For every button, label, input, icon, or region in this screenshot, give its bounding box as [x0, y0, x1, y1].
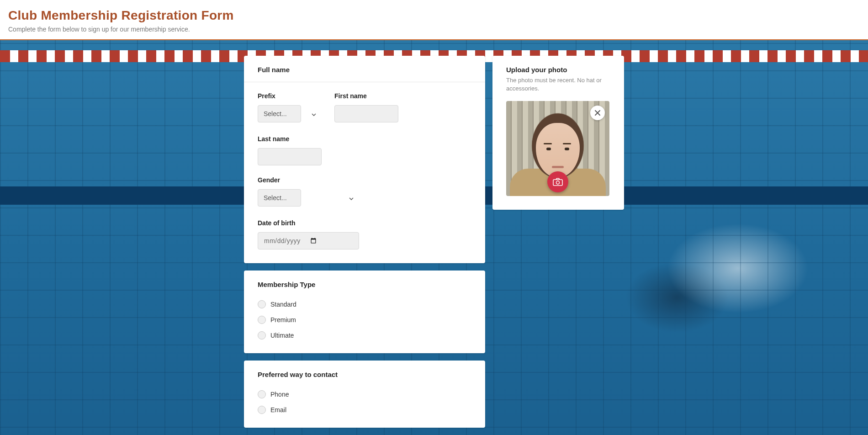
prefix-select[interactable]: Select... — [258, 105, 301, 122]
radio-contact-phone[interactable]: Phone — [258, 390, 471, 398]
field-prefix: Prefix Select... — [258, 92, 322, 122]
photo-hint: The photo must be recent. No hat or acce… — [506, 76, 610, 93]
membership-radio-group: Standard Premium Ultimate — [258, 298, 471, 340]
dob-input[interactable] — [258, 232, 359, 249]
svg-point-1 — [556, 181, 560, 184]
gender-select[interactable]: Select... — [258, 189, 301, 207]
radio-icon — [258, 300, 266, 308]
label-prefix: Prefix — [258, 92, 322, 100]
page-background: Full name Prefix Select... — [0, 40, 868, 435]
card-membership-type: Membership Type Standard Premium — [244, 271, 485, 353]
last-name-input[interactable] — [258, 148, 322, 165]
label-gender: Gender — [258, 176, 359, 184]
radio-icon — [258, 406, 266, 414]
photo-preview — [506, 101, 609, 196]
radio-icon — [258, 316, 266, 324]
contact-radio-group: Phone Email — [258, 388, 471, 414]
main-column: Full name Prefix Select... — [244, 56, 485, 428]
chevron-down-icon — [349, 194, 354, 202]
radio-contact-email[interactable]: Email — [258, 406, 471, 414]
card-upload-photo: Upload your photo The photo must be rece… — [492, 56, 624, 210]
radio-icon — [258, 331, 266, 340]
section-title-contact: Preferred way to contact — [258, 371, 471, 378]
page-title: Club Membership Registration Form — [8, 8, 860, 23]
radio-membership-premium[interactable]: Premium — [258, 316, 471, 324]
section-title-membership: Membership Type — [258, 281, 471, 288]
radio-label: Email — [270, 406, 286, 414]
card-full-name: Full name Prefix Select... — [244, 56, 485, 263]
field-gender: Gender Select... — [258, 176, 359, 207]
chevron-down-icon — [312, 110, 316, 117]
label-last-name: Last name — [258, 135, 322, 143]
field-last-name: Last name — [258, 135, 322, 165]
card-preferred-contact: Preferred way to contact Phone Email — [244, 361, 485, 428]
radio-label: Ultimate — [270, 332, 294, 339]
radio-label: Premium — [270, 316, 296, 324]
close-icon — [594, 110, 601, 116]
radio-label: Phone — [270, 391, 289, 398]
field-first-name: First name — [334, 92, 398, 122]
side-column: Upload your photo The photo must be rece… — [492, 56, 624, 210]
form-container: Full name Prefix Select... — [244, 56, 624, 428]
remove-photo-button[interactable] — [590, 106, 605, 120]
section-title-photo: Upload your photo — [506, 66, 610, 74]
camera-icon — [553, 178, 563, 186]
radio-icon — [258, 390, 266, 398]
field-date-of-birth: Date of birth mm/dd/yyyy — [258, 219, 359, 249]
take-photo-button[interactable] — [547, 171, 568, 192]
page-header: Club Membership Registration Form Comple… — [0, 0, 868, 40]
label-dob: Date of birth — [258, 219, 359, 227]
label-first-name: First name — [334, 92, 398, 100]
svg-rect-0 — [553, 180, 562, 186]
page-subtitle: Complete the form below to sign up for o… — [8, 26, 860, 33]
radio-membership-standard[interactable]: Standard — [258, 300, 471, 308]
radio-membership-ultimate[interactable]: Ultimate — [258, 331, 471, 340]
radio-label: Standard — [270, 301, 296, 308]
section-title-full-name: Full name — [258, 66, 471, 74]
first-name-input[interactable] — [334, 105, 398, 122]
